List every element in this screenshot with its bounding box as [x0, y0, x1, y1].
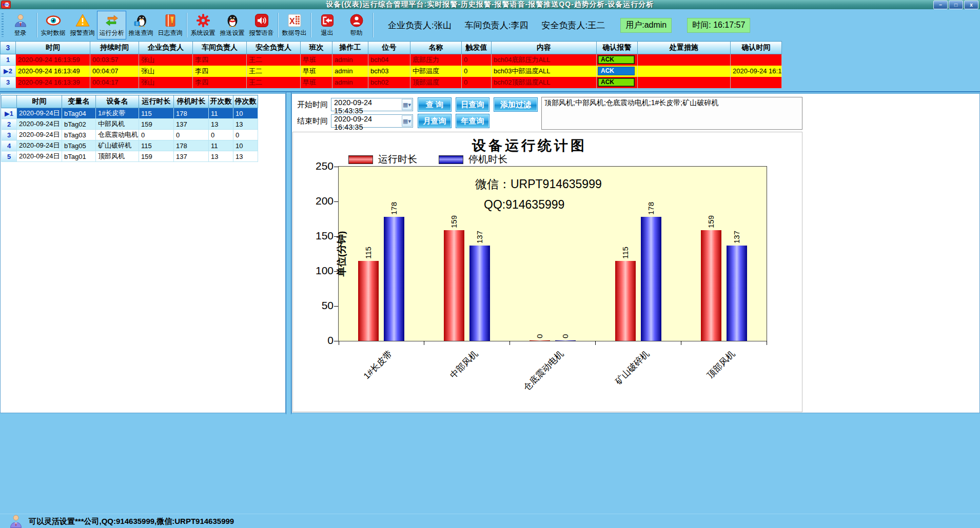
- device-cell: 159: [139, 151, 174, 162]
- device-cell: 115: [139, 108, 174, 119]
- alarm-header-row: 3时间持续时间企业负责人车间负责人安全负责人班次操作工位号名称触发值内容确认报警…: [1, 42, 782, 54]
- toolbar-button-label: 系统设置: [191, 29, 215, 37]
- alarm-column-header: 确认时间: [731, 42, 782, 54]
- alarm-table-row[interactable]: 12020-09-24 16:13:5900:03:57张山李四王二早班admi…: [1, 54, 782, 66]
- alarm-cell: 00:04:07: [90, 66, 139, 77]
- ack-button[interactable]: ACK: [598, 67, 635, 75]
- alarm-column-header: 时间: [16, 42, 90, 54]
- alarm-voice-button[interactable]: 报警语音: [247, 11, 276, 39]
- alarm-cell: 00:04:17: [90, 77, 139, 88]
- y-tick-label: 200: [305, 195, 334, 207]
- exit-button[interactable]: 退出: [312, 11, 342, 39]
- data-export-button[interactable]: X 数据导出: [280, 11, 309, 39]
- toolbar-button-label: 报警查询: [70, 29, 95, 37]
- bar-value-label: 137: [733, 221, 741, 243]
- device-cell: 0: [209, 130, 233, 140]
- device-cell: 2020-09-24日: [17, 130, 62, 140]
- window-controls: – □ x: [933, 1, 978, 9]
- bar-run: [358, 261, 379, 341]
- start-time-calendar-dropdown[interactable]: ▦▾: [402, 99, 412, 110]
- device-table-row[interactable]: 22020-09-24日bTag02中部风机1591371313: [2, 119, 258, 130]
- y-tick-label: 100: [305, 265, 334, 277]
- alarm-cell: 底部压力: [410, 54, 462, 66]
- bar-stop: [384, 217, 404, 341]
- current-time-badge: 时间: 16:17:57: [687, 18, 750, 33]
- device-cell: bTag03: [62, 130, 96, 140]
- device-filter-textbox[interactable]: 顶部风机;中部风机;仓底震动电机;1#长皮带;矿山破碎机: [541, 97, 802, 130]
- alarm-column-header: 内容: [492, 42, 597, 54]
- legend-label: 停机时长: [468, 153, 507, 166]
- alarm-table-row[interactable]: 32020-09-24 16:13:3900:04:17张山李四王二早班admi…: [1, 77, 782, 88]
- start-time-input[interactable]: 2020-09-24 15:43:35: [331, 98, 413, 111]
- add-filter-button[interactable]: 添加过滤: [494, 98, 537, 111]
- bar-value-label: 115: [621, 236, 630, 259]
- bar-run: [530, 340, 550, 341]
- push-settings-button[interactable]: 推送设置: [218, 11, 247, 39]
- legend-swatch: [439, 155, 463, 164]
- device-cell: 1#长皮带: [96, 108, 139, 119]
- restore-button[interactable]: □: [949, 1, 963, 9]
- help-button[interactable]: 帮助: [342, 11, 371, 39]
- run-analysis-button[interactable]: 运行分析: [97, 11, 126, 39]
- ack-button[interactable]: ACK: [598, 55, 635, 64]
- alarm-confirm-time-cell: [731, 54, 782, 66]
- y-tick-label: 0: [305, 334, 334, 347]
- device-cell: 0: [139, 130, 174, 140]
- login-button[interactable]: 登录: [6, 11, 35, 39]
- toolbar-separator: [186, 13, 187, 37]
- device-table-row[interactable]: 52020-09-24日bTag01顶部风机1591371313: [2, 151, 258, 162]
- y-tick-label: 50: [305, 299, 334, 312]
- bar-value-label: 0: [561, 316, 570, 338]
- alarm-ack-cell: ACK: [597, 77, 638, 88]
- alarm-table-row[interactable]: ▶22020-09-24 16:13:4900:04:07张山李四王二早班adm…: [1, 66, 782, 77]
- toolbar-button-label: 推送设置: [220, 29, 245, 37]
- day-query-button[interactable]: 日查询: [456, 98, 489, 111]
- alarm-measure-cell: [638, 77, 731, 88]
- log-query-button[interactable]: 日志查询: [155, 11, 185, 39]
- end-time-label: 结束时间: [297, 114, 328, 128]
- alarm-cell: 0: [462, 54, 492, 66]
- alarm-query-button[interactable]: 报警查询: [68, 11, 97, 39]
- device-table-row[interactable]: 42020-09-24日bTag05矿山破碎机1151781110: [2, 140, 258, 151]
- device-cell: 178: [174, 140, 209, 151]
- chart-annotation: 微信：URPT914635999: [475, 176, 602, 192]
- warning-icon: [75, 13, 90, 28]
- ack-button[interactable]: ACK: [598, 78, 635, 87]
- alarm-column-header: 操作工: [332, 42, 368, 54]
- device-table-row[interactable]: ▶12020-09-24日bTag041#长皮带1151781110: [2, 108, 258, 119]
- realtime-data-button[interactable]: 实时数据: [38, 11, 68, 39]
- device-cell: bTag05: [62, 140, 96, 151]
- device-cell: bTag02: [62, 119, 96, 130]
- notebook-pencil-icon: [163, 13, 178, 28]
- device-table-row[interactable]: 32020-09-24日bTag03仓底震动电机0000: [2, 130, 258, 140]
- alarm-cell: 顶部温度: [410, 77, 462, 88]
- legend-item: 停机时长: [439, 153, 507, 166]
- alarm-cell: admin: [332, 77, 368, 88]
- alarm-column-header: 触发值: [462, 42, 492, 54]
- bar-value-label: 159: [450, 206, 458, 228]
- chart-legend: 运行时长停机时长: [348, 153, 507, 166]
- panel-splitter[interactable]: [286, 92, 291, 414]
- device-column-header: 开次数: [209, 95, 233, 108]
- query-button[interactable]: 查 询: [418, 98, 451, 111]
- end-time-input[interactable]: 2020-09-24 16:43:35: [331, 114, 413, 128]
- row-number-cell: ▶1: [2, 108, 17, 119]
- year-query-button[interactable]: 年查询: [456, 114, 489, 128]
- minimize-button[interactable]: –: [933, 1, 948, 9]
- qq-penguin-book-icon: [133, 13, 149, 28]
- toolbar-button-label: 退出: [321, 29, 334, 37]
- end-time-calendar-dropdown[interactable]: ▦▾: [402, 115, 412, 127]
- close-button[interactable]: x: [964, 1, 978, 9]
- x-tick-mark: [424, 341, 424, 345]
- alarm-cell: bch02: [368, 77, 410, 88]
- alarm-cell: 张山: [139, 77, 193, 88]
- device-cell: 2020-09-24日: [17, 119, 62, 130]
- alarm-table: 3时间持续时间企业负责人车间负责人安全负责人班次操作工位号名称触发值内容确认报警…: [0, 41, 782, 88]
- y-tick-mark: [334, 306, 338, 307]
- system-settings-button[interactable]: 系统设置: [188, 11, 218, 39]
- legend-swatch: [348, 155, 373, 164]
- alarm-confirm-time-cell: [731, 77, 782, 88]
- push-query-button[interactable]: 推送查询: [126, 11, 155, 39]
- toolbar-separator: [278, 13, 278, 37]
- month-query-button[interactable]: 月查询: [418, 114, 451, 128]
